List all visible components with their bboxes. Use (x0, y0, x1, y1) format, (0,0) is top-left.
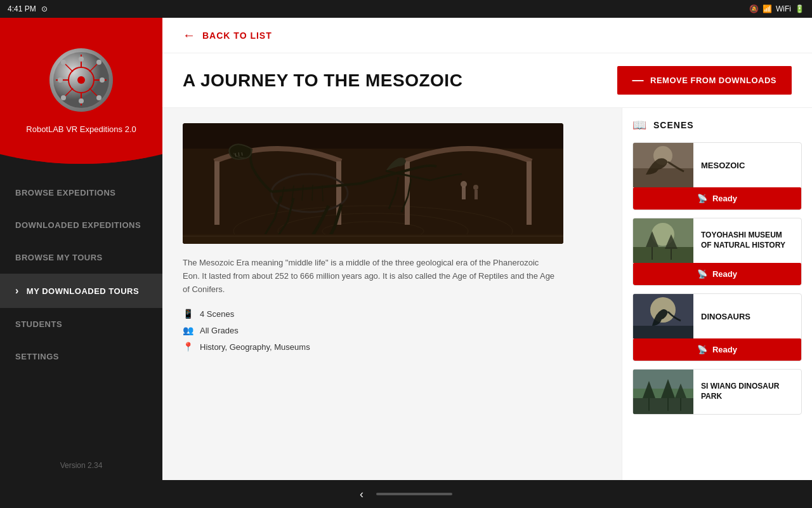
content-body: The Mesozoic Era meaning "middle life" i… (162, 108, 812, 480)
status-icon: ⊙ (41, 4, 48, 13)
scene-info-mesozoic: MESOZOIC (693, 143, 752, 187)
left-arrow-icon[interactable]: ‹ (360, 488, 363, 501)
svg-point-9 (58, 77, 63, 83)
main-layout: RobotLAB VR Expeditions 2.0 BROWSE EXPED… (0, 18, 812, 480)
svg-point-7 (79, 57, 84, 62)
sidebar-item-settings[interactable]: SETTINGS (0, 340, 162, 373)
ready-label: Ready (712, 194, 737, 203)
wifi-icon: WiFi (776, 4, 791, 13)
ready-button-toyohashi[interactable]: 📡 Ready (633, 263, 801, 285)
vr-icon: 📡 (697, 269, 707, 279)
scene-name-siwiang: SI WIANG DINOSAUR PARK (701, 382, 794, 401)
scenes-label: SCENES (653, 120, 694, 130)
svg-point-6 (77, 76, 85, 84)
scene-name-toyohashi: TOYOHASHI MUSEUM OF NATURAL HISTORY (701, 231, 794, 250)
people-icon: 👥 (183, 325, 193, 335)
main-content: The Mesozoic Era meaning "middle life" i… (162, 108, 622, 480)
nav-label: SETTINGS (15, 352, 59, 361)
svg-rect-23 (183, 149, 563, 244)
ready-label: Ready (712, 345, 737, 354)
thumb-svg (633, 294, 693, 338)
chevron-right-icon: › (15, 285, 19, 297)
back-label: BACK TO LIST (202, 30, 272, 41)
scene-card-siwiang: SI WIANG DINOSAUR PARK (632, 369, 802, 415)
scenes-panel: 📖 SCENES (622, 108, 812, 480)
svg-point-18 (96, 95, 102, 100)
scenes-header: 📖 SCENES (632, 118, 802, 132)
scene-card-top: TOYOHASHI MUSEUM OF NATURAL HISTORY (633, 218, 801, 263)
scene-info-toyohashi: TOYOHASHI MUSEUM OF NATURAL HISTORY (693, 218, 801, 263)
scene-card-dinosaurs: DINOSAURS 📡 Ready (632, 293, 802, 361)
ready-button-dinosaurs[interactable]: 📡 Ready (633, 338, 801, 361)
scroll-indicator (376, 493, 452, 495)
status-time: 4:41 PM (8, 4, 36, 13)
svg-point-16 (96, 60, 102, 65)
nav-label: BROWSE EXPEDITIONS (15, 188, 116, 197)
scene-thumbnail-siwiang (633, 370, 693, 414)
version-label: Version 2.34 (0, 451, 162, 480)
remove-from-downloads-button[interactable]: — REMOVE FROM DOWNLOADS (617, 66, 792, 95)
sidebar-item-browse-expeditions[interactable]: BROWSE EXPEDITIONS (0, 177, 162, 209)
svg-point-10 (100, 77, 105, 83)
scene-name-dinosaurs: DINOSAURS (701, 312, 750, 321)
title-bar: A JOURNEY TO THE MESOZOIC — REMOVE FROM … (162, 53, 812, 108)
tablet-icon: 📱 (183, 309, 193, 319)
svg-line-48 (312, 185, 313, 201)
grades: All Grades (200, 326, 239, 335)
app-logo (49, 48, 113, 112)
scene-card-mesozoic: MESOZOIC 📡 Ready (632, 142, 802, 210)
status-left: 4:41 PM ⊙ (8, 4, 48, 13)
scene-info-dinosaurs: DINOSAURS (693, 294, 758, 338)
svg-point-15 (61, 60, 66, 65)
back-arrow-icon: ← (183, 28, 196, 43)
sidebar-nav: BROWSE EXPEDITIONS DOWNLOADED EXPEDITION… (0, 164, 162, 451)
thumb-svg (633, 218, 693, 263)
scene-info-siwiang: SI WIANG DINOSAUR PARK (693, 370, 801, 414)
app-name: RobotLAB VR Expeditions 2.0 (26, 124, 136, 134)
status-bar: 4:41 PM ⊙ 🔕 📶 WiFi 🔋 (0, 0, 812, 18)
svg-rect-72 (633, 370, 693, 389)
svg-point-8 (79, 98, 84, 104)
svg-rect-24 (214, 161, 219, 225)
nav-label: BROWSE MY TOURS (15, 253, 103, 262)
expedition-title: A JOURNEY TO THE MESOZOIC (183, 70, 462, 91)
bottom-bar: ‹ (0, 480, 812, 508)
svg-rect-68 (633, 326, 693, 338)
svg-point-31 (473, 185, 478, 190)
expedition-image (183, 123, 563, 244)
expedition-image-svg (183, 123, 563, 244)
nav-label: STUDENTS (15, 319, 62, 329)
sidebar: RobotLAB VR Expeditions 2.0 BROWSE EXPED… (0, 18, 162, 480)
remove-label: REMOVE FROM DOWNLOADS (650, 76, 776, 85)
nav-label: MY DOWNLOADED TOURS (27, 286, 139, 296)
scenes-count: 4 Scenes (200, 309, 234, 319)
scenes-count-item: 📱 4 Scenes (183, 309, 601, 319)
scene-card-top: MESOZOIC (633, 143, 801, 187)
ready-button-mesozoic[interactable]: 📡 Ready (633, 187, 801, 210)
svg-point-29 (461, 181, 467, 187)
logo-svg (53, 51, 110, 109)
sidebar-item-my-downloaded-tours[interactable]: › MY DOWNLOADED TOURS (0, 274, 162, 308)
nav-label: DOWNLOADED EXPEDITIONS (15, 220, 141, 230)
back-to-list-button[interactable]: ← BACK TO LIST (183, 28, 272, 43)
scene-thumbnail-toyohashi (633, 218, 693, 263)
content-area: ← BACK TO LIST A JOURNEY TO THE MESOZOIC… (162, 18, 812, 480)
notification-icon: 🔕 (749, 4, 759, 13)
thumb-svg (633, 370, 693, 414)
sidebar-logo-area: RobotLAB VR Expeditions 2.0 (0, 18, 162, 164)
ready-label: Ready (712, 269, 737, 279)
grades-item: 👥 All Grades (183, 325, 601, 335)
status-right: 🔕 📶 WiFi 🔋 (749, 4, 804, 13)
tags-item: 📍 History, Geography, Museums (183, 342, 601, 352)
sidebar-item-browse-my-tours[interactable]: BROWSE MY TOURS (0, 241, 162, 274)
scene-card-toyohashi: TOYOHASHI MUSEUM OF NATURAL HISTORY 📡 Re… (632, 218, 802, 286)
scene-thumbnail-mesozoic (633, 143, 693, 187)
svg-rect-28 (462, 187, 466, 199)
vr-icon: 📡 (697, 194, 707, 203)
svg-rect-71 (633, 398, 693, 414)
thumb-svg (633, 143, 693, 187)
scene-card-top: SI WIANG DINOSAUR PARK (633, 370, 801, 414)
sidebar-item-downloaded-expeditions[interactable]: DOWNLOADED EXPEDITIONS (0, 209, 162, 241)
tags: History, Geography, Museums (200, 342, 310, 352)
sidebar-item-students[interactable]: STUDENTS (0, 308, 162, 340)
